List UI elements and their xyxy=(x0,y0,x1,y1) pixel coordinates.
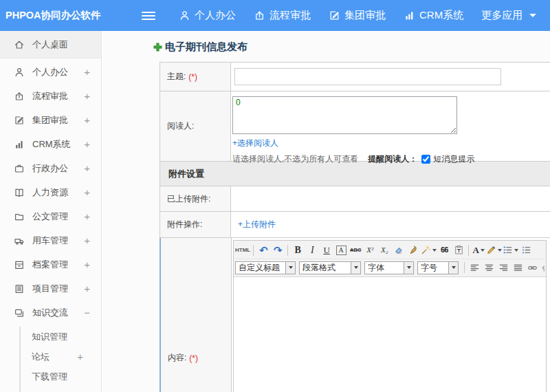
link-button[interactable] xyxy=(525,261,539,275)
expand-icon[interactable]: + xyxy=(84,283,90,294)
subscript-button[interactable]: X₂ xyxy=(377,243,391,257)
sidebar-item-label: 个人办公 xyxy=(32,66,68,78)
sidebar-subitem-forum[interactable]: 论坛+ xyxy=(21,347,101,367)
nav-item-label: 更多应用 xyxy=(481,9,522,22)
font-color-button[interactable]: A xyxy=(472,243,485,257)
blockquote-button[interactable]: 66 xyxy=(437,243,451,257)
font-size-select[interactable]: 字号 xyxy=(417,261,459,274)
auto-typeset-button[interactable] xyxy=(421,243,437,257)
font-color-button-glyph: A xyxy=(473,246,479,254)
custom-heading-select-label: 自定义标题 xyxy=(236,262,285,274)
sidebar-subitem-public-cabinet[interactable]: 公共文件柜 xyxy=(21,386,101,392)
editor-content-area[interactable] xyxy=(234,277,546,392)
expand-icon[interactable]: + xyxy=(84,90,90,102)
expand-icon[interactable]: + xyxy=(84,210,90,222)
paragraph-format-select[interactable]: 段落格式 xyxy=(299,261,361,274)
html-source-button[interactable]: HTML xyxy=(235,243,250,257)
ordered-list-button[interactable] xyxy=(503,243,518,257)
sidebar-item-document-mgmt[interactable]: 公文管理+ xyxy=(0,204,101,228)
nav-item-personal-office[interactable]: 个人办公 xyxy=(179,9,236,22)
redo-button[interactable]: ↷ xyxy=(271,243,285,257)
expand-icon[interactable]: + xyxy=(84,162,90,174)
justify-button[interactable] xyxy=(511,261,525,275)
underline-button[interactable]: U xyxy=(320,243,333,257)
strikethrough-button-glyph: ABC xyxy=(350,248,361,253)
align-center-button[interactable] xyxy=(482,261,496,275)
expand-icon[interactable]: + xyxy=(77,351,83,362)
ul-icon xyxy=(521,245,531,255)
strikethrough-button[interactable]: ABC xyxy=(349,243,362,257)
sidebar-item-desktop[interactable]: 个人桌面 xyxy=(0,31,101,58)
expand-icon[interactable]: + xyxy=(84,66,90,78)
readers-textarea[interactable]: 0 xyxy=(232,96,457,134)
select-readers-link[interactable]: +选择阅读人 xyxy=(232,138,278,148)
bold-button[interactable]: B xyxy=(291,243,305,257)
chat-icon xyxy=(14,307,25,318)
paragraph-format-select-label: 段落格式 xyxy=(300,262,351,274)
blockquote-button-glyph: 66 xyxy=(441,246,448,254)
expand-icon[interactable]: + xyxy=(84,259,90,270)
align-left-button[interactable] xyxy=(468,261,481,275)
ol-icon xyxy=(503,245,513,255)
sidebar-item-label: 集团审批 xyxy=(32,114,68,127)
hamburger-menu-icon[interactable] xyxy=(142,12,155,20)
readers-hint-line: 请选择阅读人,不选为所有人可查看 提醒阅读人： 短消息提示 xyxy=(232,153,550,165)
alignright-icon xyxy=(498,263,509,273)
undo-button[interactable]: ↶ xyxy=(256,243,270,257)
sidebar-item-group-approval[interactable]: 集团审批+ xyxy=(0,108,101,132)
custom-heading-select[interactable]: 自定义标题 xyxy=(235,261,296,274)
expand-icon[interactable]: + xyxy=(84,186,90,198)
underline-button-glyph: U xyxy=(324,246,330,254)
eraser-button[interactable] xyxy=(392,243,406,257)
sidebar-item-label: CRM系统 xyxy=(32,138,71,151)
attachment-ops-row: 附件操作: +上传附件 xyxy=(160,212,550,238)
format-brush-button[interactable] xyxy=(406,243,420,257)
sidebar-item-admin-office[interactable]: 行政办公+ xyxy=(0,156,101,180)
nav-item-crm-system[interactable]: CRM系统 xyxy=(404,9,463,22)
sidebar-item-personal-office[interactable]: 个人办公+ xyxy=(0,60,101,84)
sidebar-subitem-download-mgmt[interactable]: 下载管理 xyxy=(21,367,101,386)
expand-icon[interactable]: + xyxy=(84,114,90,126)
editor-toolbar-row1: HTML↶↷BIUAABCX²X₂66A xyxy=(235,241,544,259)
font-style-button[interactable]: A xyxy=(334,243,348,257)
sidebar-item-knowledge-exchange[interactable]: 知识交流− xyxy=(0,301,101,325)
main-content: 电子期刊信息发布 主题: (*) 阅读人: 0 +选择阅读人 请选择阅读人,不 xyxy=(102,31,550,392)
italic-button-glyph: I xyxy=(311,246,314,255)
edit-icon xyxy=(14,115,25,126)
nav-item-more-apps[interactable]: 更多应用 xyxy=(481,9,536,22)
sidebar-item-label: 个人桌面 xyxy=(32,39,68,51)
sidebar-item-archive-mgmt[interactable]: 档案管理+ xyxy=(0,252,101,276)
sidebar-item-human-resources[interactable]: 人力资源+ xyxy=(0,180,101,204)
expand-icon[interactable]: + xyxy=(84,235,90,246)
sidebar-subitem-knowledge-mgmt[interactable]: 知识管理 xyxy=(21,327,101,347)
uploaded-attachments-row: 已上传附件: xyxy=(160,186,550,212)
unlink-button[interactable] xyxy=(540,261,544,275)
page-title-text: 电子期刊信息发布 xyxy=(165,41,248,54)
required-mark: (*) xyxy=(188,72,197,82)
collapse-icon[interactable]: − xyxy=(84,307,90,318)
sidebar-item-project-mgmt[interactable]: 项目管理+ xyxy=(0,276,101,301)
sidebar-item-vehicle-mgmt[interactable]: 用车管理+ xyxy=(0,228,101,252)
paste-as-text-button[interactable] xyxy=(452,243,465,257)
nav-item-workflow-approval[interactable]: 流程审批 xyxy=(254,9,311,22)
chevron-down-icon xyxy=(404,262,413,274)
publish-form: 主题: (*) 阅读人: 0 +选择阅读人 请选择阅读人,不选为所有人可查看 提… xyxy=(160,62,550,392)
align-right-button[interactable] xyxy=(496,261,510,275)
font-family-select[interactable]: 字体 xyxy=(364,261,414,274)
expand-icon[interactable]: + xyxy=(84,138,90,150)
add-icon xyxy=(153,42,163,52)
toolbar-separator xyxy=(468,245,469,256)
nav-item-group-approval[interactable]: 集团审批 xyxy=(329,9,386,22)
italic-button[interactable]: I xyxy=(305,243,319,257)
sidebar-item-workflow-approval[interactable]: 流程审批+ xyxy=(0,84,101,108)
sidebar-item-label: 档案管理 xyxy=(32,259,68,271)
truck-icon xyxy=(14,235,25,246)
superscript-button[interactable]: X² xyxy=(363,243,377,257)
sidebar-item-crm-system[interactable]: CRM系统+ xyxy=(0,132,101,156)
highlight-color-button[interactable] xyxy=(486,243,502,257)
editor-toolbar-row2: 自定义标题段落格式字体字号 xyxy=(235,259,544,276)
unordered-list-button[interactable] xyxy=(519,243,533,257)
subject-input[interactable] xyxy=(234,68,501,85)
upload-attachment-link[interactable]: +上传附件 xyxy=(238,219,276,230)
sms-notify-checkbox[interactable] xyxy=(421,155,430,164)
